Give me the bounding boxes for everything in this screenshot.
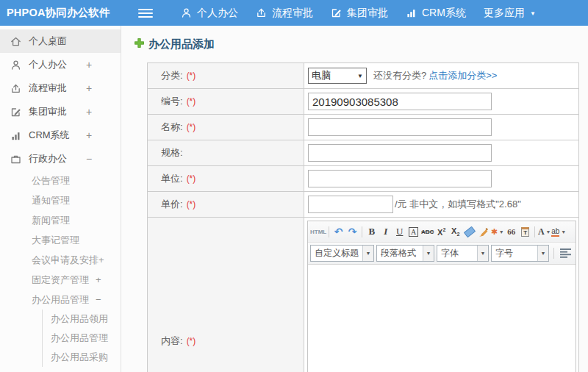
- sidebar-item-label: 个人办公: [29, 58, 67, 71]
- editor-content-area[interactable]: [308, 265, 576, 372]
- hamburger-menu-icon[interactable]: [138, 7, 153, 20]
- bar-chart-icon: [406, 7, 417, 18]
- background-color-button[interactable]: ab▼: [551, 224, 566, 239]
- sidebar-item-label: 公告管理: [32, 174, 70, 187]
- sidebar-item-desktop[interactable]: 个人桌面: [0, 29, 121, 53]
- expand-toggle[interactable]: +: [86, 129, 92, 141]
- italic-button[interactable]: I: [379, 224, 392, 239]
- required-mark: (*): [187, 122, 196, 132]
- sidebar-item-news-mgmt[interactable]: 新闻管理: [0, 210, 121, 230]
- font-color-button[interactable]: A▼: [537, 224, 551, 239]
- field-label: 编号:(*): [148, 89, 304, 114]
- topnav-label: 集团审批: [347, 7, 388, 20]
- expand-toggle[interactable]: +: [86, 82, 92, 94]
- page-title: 办公用品添加: [135, 26, 588, 62]
- format-brush-icon[interactable]: [476, 224, 490, 239]
- caret-down-icon: ▼: [530, 11, 536, 17]
- font-border-button[interactable]: A: [406, 224, 420, 239]
- sidebar-item-label: 行政办公: [29, 152, 67, 165]
- topnav-label: 更多应用: [484, 7, 525, 20]
- undo-icon[interactable]: ↶: [331, 224, 345, 239]
- sidebar-item-label: 固定资产管理: [32, 273, 89, 287]
- collapse-toggle[interactable]: −: [96, 294, 101, 305]
- html-source-button[interactable]: HTML: [310, 224, 326, 239]
- custom-title-dropdown[interactable]: 自定义标题 ▼: [310, 245, 374, 262]
- main-content: 办公用品添加 分类:(*) 电脑 ▼ 还没有分类? 点击添加分类>> 编号:(*…: [121, 26, 588, 372]
- sidebar-item-notice-mgmt[interactable]: 通知管理: [0, 190, 121, 210]
- bold-button[interactable]: B: [365, 224, 379, 239]
- home-icon: [10, 36, 21, 47]
- sidebar-item-label: 通知管理: [32, 194, 70, 207]
- sidebar-item-meeting-mgmt[interactable]: 会议申请及安排+: [0, 250, 121, 270]
- sidebar-item-crm[interactable]: CRM系统 +: [0, 124, 121, 147]
- form-row-spec: 规格:: [148, 140, 578, 165]
- sidebar-item-office-supplies-mgmt[interactable]: 办公用品管理 −: [0, 290, 121, 310]
- sidebar-item-announcement-mgmt[interactable]: 公告管理: [0, 171, 121, 190]
- sidebar-item-supplies-purchase[interactable]: 办公用品采购: [42, 348, 121, 367]
- sidebar-item-label: 大事记管理: [32, 234, 79, 247]
- add-plus-icon: [135, 37, 144, 51]
- field-label: 分类:(*): [148, 63, 304, 88]
- form-row-price: 单价:(*) /元 非中文，如填写格式"2.68": [148, 191, 578, 217]
- paste-button[interactable]: T: [518, 224, 532, 239]
- sidebar-item-admin-office[interactable]: 行政办公 −: [0, 147, 121, 171]
- name-input[interactable]: [308, 118, 492, 136]
- caret-down-icon: ▼: [499, 229, 504, 235]
- expand-toggle[interactable]: +: [86, 59, 92, 71]
- redo-icon[interactable]: ↷: [345, 224, 359, 239]
- align-center-icon[interactable]: [575, 246, 576, 261]
- sidebar-item-label: CRM系统: [29, 129, 70, 142]
- caret-down-icon: ▼: [477, 246, 488, 261]
- collapse-toggle[interactable]: −: [86, 153, 92, 165]
- category-select[interactable]: 电脑 ▼: [308, 68, 367, 84]
- form-row-name: 名称:(*): [148, 114, 578, 140]
- workflow-icon: [256, 7, 267, 18]
- superscript-button[interactable]: X2: [434, 224, 448, 239]
- auto-typeset-button[interactable]: ✱▼: [490, 224, 504, 239]
- topnav-workflow-approval[interactable]: 流程审批: [256, 7, 313, 20]
- editor-toolbar-row1: HTML ↶ ↷ B I U A ABC X2 X2 ✱: [308, 221, 576, 243]
- spec-input[interactable]: [308, 144, 492, 162]
- sidebar-item-group-approval[interactable]: 集团审批 +: [0, 100, 121, 124]
- blockquote-button[interactable]: 66: [504, 224, 518, 239]
- caret-down-icon: ▼: [561, 229, 566, 235]
- field-label: 单位:(*): [148, 166, 304, 191]
- sidebar-item-memorabilia-mgmt[interactable]: 大事记管理: [0, 230, 121, 250]
- paragraph-format-dropdown[interactable]: 段落格式 ▼: [376, 245, 434, 262]
- workflow-icon: [10, 83, 21, 94]
- expand-toggle[interactable]: +: [86, 106, 92, 118]
- underline-button[interactable]: U: [392, 224, 406, 239]
- app-logo: PHPOA协同办公软件: [0, 6, 121, 20]
- unit-input[interactable]: [308, 170, 492, 187]
- field-label: 规格:: [148, 140, 304, 165]
- sidebar-item-supplies-management[interactable]: 办公用品管理: [42, 329, 121, 348]
- format-eraser-icon[interactable]: [462, 224, 476, 239]
- caret-down-icon: ▼: [362, 246, 373, 261]
- price-input[interactable]: [308, 196, 393, 213]
- font-family-dropdown[interactable]: 字体 ▼: [437, 245, 489, 262]
- topnav-personal-office[interactable]: 个人办公: [181, 7, 238, 20]
- topnav-more-apps[interactable]: 更多应用 ▼: [484, 7, 536, 20]
- align-left-icon[interactable]: [559, 246, 573, 261]
- expand-toggle[interactable]: +: [96, 274, 101, 285]
- sidebar-item-label: 流程审批: [29, 82, 67, 95]
- sidebar-item-personal-office[interactable]: 个人办公 +: [0, 53, 121, 76]
- topnav-group-approval[interactable]: 集团审批: [331, 7, 388, 20]
- topnav-label: 个人办公: [197, 7, 238, 20]
- sidebar-item-label: 办公用品管理: [32, 293, 89, 307]
- sidebar-item-fixed-assets-mgmt[interactable]: 固定资产管理 +: [0, 270, 121, 290]
- caret-down-icon: ▼: [537, 246, 548, 261]
- strikethrough-button[interactable]: ABC: [420, 224, 434, 239]
- sidebar-item-label: 办公用品管理: [51, 332, 108, 345]
- sidebar-item-workflow-approval[interactable]: 流程审批 +: [0, 76, 121, 100]
- add-category-link[interactable]: 点击添加分类>>: [429, 69, 497, 82]
- sidebar-item-label: 个人桌面: [29, 35, 67, 48]
- subscript-button[interactable]: X2: [448, 224, 462, 239]
- code-input[interactable]: [308, 93, 492, 110]
- edit-icon: [331, 7, 342, 18]
- topnav-crm[interactable]: CRM系统: [406, 7, 466, 20]
- caret-down-icon: ▼: [546, 229, 551, 235]
- top-bar: PHPOA协同办公软件 个人办公 流程审批 集团审批 CRM系统 更多应用 ▼: [0, 0, 588, 26]
- font-size-dropdown[interactable]: 字号 ▼: [491, 245, 549, 262]
- sidebar-item-supplies-requisition[interactable]: 办公用品领用: [42, 310, 121, 329]
